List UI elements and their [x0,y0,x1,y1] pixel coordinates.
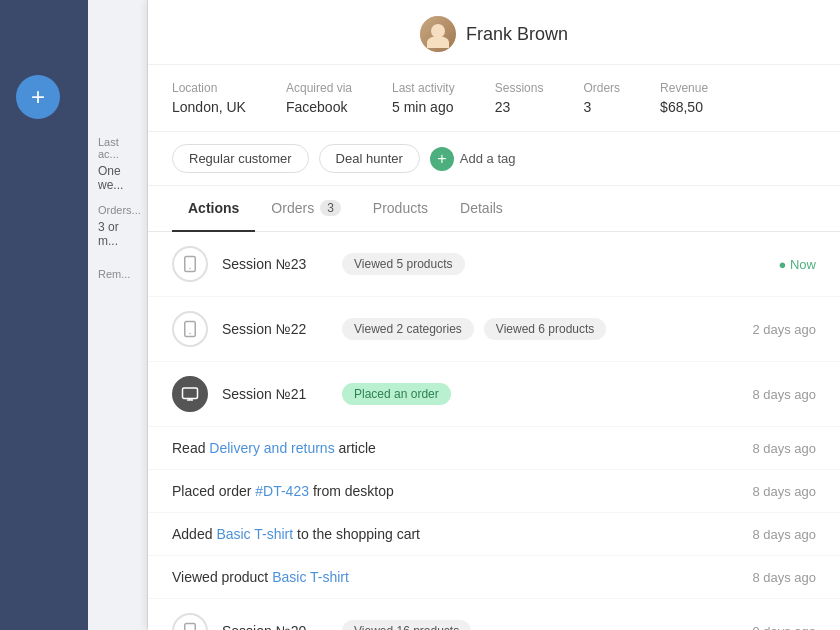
tab-products[interactable]: Products [357,186,444,232]
session-row-21[interactable]: Session №21 Placed an order 8 days ago [148,362,840,427]
sidebar: + [0,0,88,630]
activity-cart-link[interactable]: Basic T-shirt [216,526,293,542]
session-21-badge: Placed an order [342,383,451,405]
session-22-info: Session №22 Viewed 2 categories Viewed 6… [222,318,738,340]
activity-read-article: Read Delivery and returns article 8 days… [148,427,840,470]
session-22-badge-1: Viewed 2 categories [342,318,474,340]
session-22-icon [172,311,208,347]
info-location: Location London, UK [172,81,246,115]
session-22-badge-2: Viewed 6 products [484,318,607,340]
svg-rect-4 [183,388,198,399]
remove-label: Rem... [98,268,137,280]
session-21-info: Session №21 Placed an order [222,383,738,405]
orders-value: 3 or m... [98,220,137,248]
user-name: Frank Brown [466,24,568,45]
last-activity-bar-value: 5 min ago [392,99,455,115]
session-20-icon [172,613,208,630]
tag-regular-customer[interactable]: Regular customer [172,144,309,173]
last-activity-label: Last ac... [98,136,137,160]
tag-deal-hunter[interactable]: Deal hunter [319,144,420,173]
session-21-title: Session №21 [222,386,332,402]
revenue-value: $68,50 [660,99,708,115]
session-row-22[interactable]: Session №22 Viewed 2 categories Viewed 6… [148,297,840,362]
activity-order-text: Placed order #DT-423 from desktop [172,483,752,499]
session-20-time: 9 days ago [752,624,816,631]
session-22-time: 2 days ago [752,322,816,337]
session-23-time: ● Now [779,257,816,272]
activity-read-time: 8 days ago [752,441,816,456]
info-sessions: Sessions 23 [495,81,544,115]
activity-delivery-link[interactable]: Delivery and returns [209,440,334,456]
user-header: Frank Brown [148,0,840,65]
session-row-20[interactable]: Session №20 Viewed 16 products 9 days ag… [148,599,840,630]
activity-viewed-time: 8 days ago [752,570,816,585]
orders-label: Orders... [98,204,137,216]
info-bar: Location London, UK Acquired via Faceboo… [148,65,840,132]
revenue-label: Revenue [660,81,708,95]
activity-viewed-product: Viewed product Basic T-shirt 8 days ago [148,556,840,599]
tab-details[interactable]: Details [444,186,519,232]
plus-icon: + [31,85,45,109]
tabs: Actions Orders 3 Products Details [148,186,840,232]
svg-point-3 [189,333,191,335]
svg-point-1 [189,268,191,270]
left-panel: Last ac... One we... Orders... 3 or m...… [88,0,148,630]
add-button[interactable]: + [16,75,60,119]
activity-order-time: 8 days ago [752,484,816,499]
session-23-title: Session №23 [222,256,332,272]
sessions-label: Sessions [495,81,544,95]
activity-cart-time: 8 days ago [752,527,816,542]
location-value: London, UK [172,99,246,115]
session-22-title: Session №22 [222,321,332,337]
session-row-23[interactable]: Session №23 Viewed 5 products ● Now [148,232,840,297]
session-20-info: Session №20 Viewed 16 products [222,620,738,630]
session-23-icon [172,246,208,282]
info-acquired: Acquired via Facebook [286,81,352,115]
last-activity-value: One we... [98,164,137,192]
session-20-title: Session №20 [222,623,332,630]
acquired-label: Acquired via [286,81,352,95]
info-last-activity: Last activity 5 min ago [392,81,455,115]
activity-added-cart: Added Basic T-shirt to the shopping cart… [148,513,840,556]
add-tag-icon: + [430,147,454,171]
activity-placed-order: Placed order #DT-423 from desktop 8 days… [148,470,840,513]
session-21-time: 8 days ago [752,387,816,402]
info-orders: Orders 3 [583,81,620,115]
tags-bar: Regular customer Deal hunter + Add a tag [148,132,840,186]
avatar [420,16,456,52]
tab-actions[interactable]: Actions [172,186,255,232]
session-20-badge: Viewed 16 products [342,620,471,630]
info-revenue: Revenue $68,50 [660,81,708,115]
sessions-list: Session №23 Viewed 5 products ● Now Sess… [148,232,840,630]
activity-viewed-text: Viewed product Basic T-shirt [172,569,752,585]
session-23-badge: Viewed 5 products [342,253,465,275]
location-label: Location [172,81,246,95]
last-activity-bar-label: Last activity [392,81,455,95]
session-23-info: Session №23 Viewed 5 products [222,253,765,275]
acquired-value: Facebook [286,99,352,115]
session-21-icon [172,376,208,412]
activity-cart-text: Added Basic T-shirt to the shopping cart [172,526,752,542]
activity-viewed-link[interactable]: Basic T-shirt [272,569,349,585]
add-tag-button[interactable]: + Add a tag [430,147,516,171]
main-panel: Frank Brown Location London, UK Acquired… [148,0,840,630]
svg-rect-7 [185,624,196,631]
activity-read-text: Read Delivery and returns article [172,440,752,456]
add-tag-label: Add a tag [460,151,516,166]
orders-badge: 3 [320,200,341,216]
activity-order-link[interactable]: #DT-423 [255,483,309,499]
sessions-value: 23 [495,99,544,115]
tab-orders[interactable]: Orders 3 [255,186,356,232]
orders-bar-value: 3 [583,99,620,115]
orders-bar-label: Orders [583,81,620,95]
